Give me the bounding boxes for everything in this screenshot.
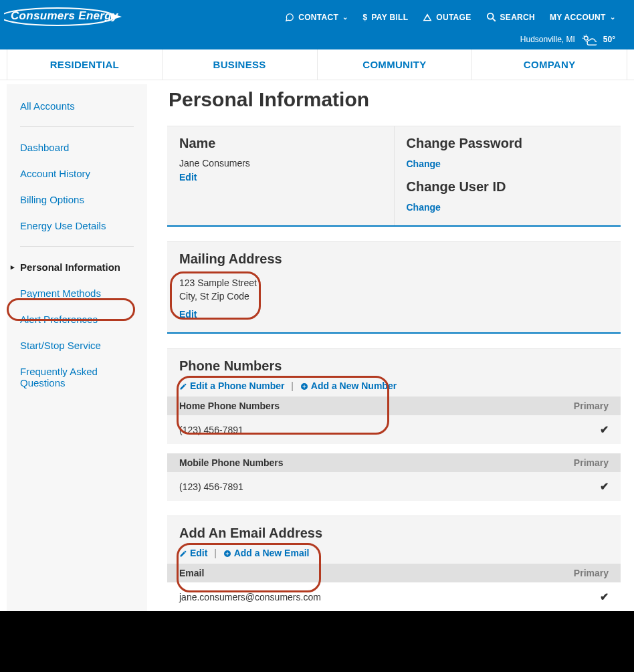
svg-line-8: [584, 36, 585, 37]
outage-label: OUTAGE: [436, 13, 471, 22]
mobile-phones-label: Mobile Phone Numbers: [179, 457, 284, 468]
weather-bar: Hudsonville, MI 50°: [520, 33, 615, 45]
top-links: CONTACT ⌄ $ PAY BILL OUTAGE SEARCH MY AC…: [285, 12, 615, 22]
sidebar-item-payment-methods[interactable]: Payment Methods: [20, 288, 134, 299]
chevron-down-icon: ⌄: [610, 13, 615, 21]
add-email-link[interactable]: Add a New Email: [234, 548, 310, 558]
sidebar-item-alert-preferences[interactable]: Alert Preferences: [20, 314, 134, 325]
search-icon: [486, 12, 496, 22]
logo-text: Consumers Energy: [11, 9, 118, 22]
change-userid-link[interactable]: Change: [407, 202, 441, 213]
mobile-phone-value: (123) 456-7891: [179, 481, 243, 492]
dollar-icon: $: [362, 13, 367, 22]
plus-circle-icon: [223, 550, 231, 558]
pencil-icon: [179, 382, 187, 390]
check-icon: ✔: [600, 590, 609, 603]
change-password-heading: Change Password: [407, 136, 609, 151]
panel-email: Add An Email Address Edit | Add a New Em…: [167, 516, 621, 611]
sidebar-item-personal-information[interactable]: Personal Information: [20, 261, 134, 273]
chevron-down-icon: ⌄: [342, 13, 348, 21]
main-nav: RESIDENTIAL BUSINESS COMMUNITY COMPANY: [0, 49, 634, 80]
sidebar-item-dashboard[interactable]: Dashboard: [20, 142, 134, 153]
check-icon: ✔: [600, 480, 609, 493]
name-heading: Name: [179, 136, 382, 151]
address-line1: 123 Sample Street: [179, 277, 609, 288]
primary-label: Primary: [574, 457, 609, 468]
weather-location: Hudsonville, MI: [520, 35, 575, 44]
home-phone-value: (123) 456-7891: [179, 425, 243, 435]
weather-partly-cloudy-icon: [582, 33, 597, 45]
svg-line-3: [492, 18, 495, 21]
contact-label: CONTACT: [298, 13, 338, 22]
sidebar-item-billing-options[interactable]: Billing Options: [20, 194, 134, 205]
my-account-link[interactable]: MY ACCOUNT ⌄: [550, 13, 615, 22]
my-account-label: MY ACCOUNT: [550, 13, 606, 22]
top-header: Consumers Energy CONTACT ⌄ $ PAY BILL OU…: [0, 0, 634, 49]
name-section: Name Jane Consumers Edit: [167, 126, 395, 225]
sidebar-item-all-accounts[interactable]: All Accounts: [20, 100, 134, 112]
email-row: jane.consumers@consumers.com ✔: [167, 582, 621, 611]
edit-name-link[interactable]: Edit: [179, 172, 197, 183]
primary-label: Primary: [574, 401, 609, 411]
panel-phone-numbers: Phone Numbers Edit a Phone Number | Add …: [167, 348, 621, 501]
sidebar-divider: [20, 246, 134, 247]
sidebar-item-start-stop-service[interactable]: Start/Stop Service: [20, 340, 134, 351]
edit-address-link[interactable]: Edit: [179, 309, 197, 320]
sidebar-item-faq[interactable]: Frequently Asked Questions: [20, 366, 134, 388]
sidebar-item-energy-use[interactable]: Energy Use Details: [20, 220, 134, 231]
primary-label: Primary: [574, 568, 609, 578]
mobile-phone-row: (123) 456-7891 ✔: [167, 472, 621, 501]
warning-triangle-icon: [423, 13, 432, 22]
separator: |: [291, 380, 294, 391]
svg-point-4: [585, 36, 589, 40]
paybill-label: PAY BILL: [371, 13, 408, 22]
search-label: SEARCH: [500, 13, 535, 22]
home-phone-row: (123) 456-7891 ✔: [167, 415, 621, 444]
add-phone-link[interactable]: Add a New Number: [311, 380, 397, 391]
footer-black-region: [0, 611, 634, 672]
name-value: Jane Consumers: [179, 158, 382, 169]
address-line2: City, St Zip Code: [179, 291, 609, 302]
phones-heading: Phone Numbers: [167, 349, 621, 380]
security-section: Change Password Change Change User ID Ch…: [395, 126, 621, 225]
speech-bubble-icon: [285, 13, 294, 22]
tab-residential[interactable]: RESIDENTIAL: [7, 49, 163, 80]
email-subhead: Email Primary: [167, 564, 621, 582]
plus-circle-icon: [300, 382, 308, 390]
search-link[interactable]: SEARCH: [486, 12, 535, 22]
logo[interactable]: Consumers Energy: [11, 9, 124, 23]
mobile-phones-subhead: Mobile Phone Numbers Primary: [167, 453, 621, 472]
content-area: Personal Information Name Jane Consumers…: [167, 84, 627, 611]
email-value: jane.consumers@consumers.com: [179, 592, 321, 602]
tab-community[interactable]: COMMUNITY: [318, 49, 473, 80]
edit-phone-link[interactable]: Edit a Phone Number: [190, 380, 285, 391]
change-userid-heading: Change User ID: [407, 179, 609, 195]
weather-temp: 50°: [603, 35, 615, 44]
contact-link[interactable]: CONTACT ⌄: [285, 13, 348, 22]
separator: |: [214, 548, 217, 558]
home-phones-label: Home Phone Numbers: [179, 401, 280, 411]
edit-email-link[interactable]: Edit: [190, 548, 207, 558]
pencil-icon: [179, 550, 187, 558]
outage-link[interactable]: OUTAGE: [423, 13, 471, 22]
tab-business[interactable]: BUSINESS: [163, 49, 318, 80]
page-title: Personal Information: [169, 88, 621, 111]
tab-company[interactable]: COMPANY: [472, 49, 627, 80]
panel-account-info: Name Jane Consumers Edit Change Password…: [167, 126, 621, 227]
panel-mailing-address: Mailing Address 123 Sample Street City, …: [167, 241, 621, 334]
paybill-link[interactable]: $ PAY BILL: [362, 13, 408, 22]
email-label: Email: [179, 568, 204, 578]
sidebar: All Accounts Dashboard Account History B…: [7, 84, 147, 611]
sidebar-divider: [20, 126, 134, 127]
svg-point-2: [487, 13, 493, 19]
sidebar-item-account-history[interactable]: Account History: [20, 168, 134, 179]
home-phones-subhead: Home Phone Numbers Primary: [167, 397, 621, 415]
mailing-heading: Mailing Address: [179, 251, 609, 267]
change-password-link[interactable]: Change: [407, 158, 441, 169]
check-icon: ✔: [600, 423, 609, 436]
email-heading: Add An Email Address: [167, 516, 621, 548]
